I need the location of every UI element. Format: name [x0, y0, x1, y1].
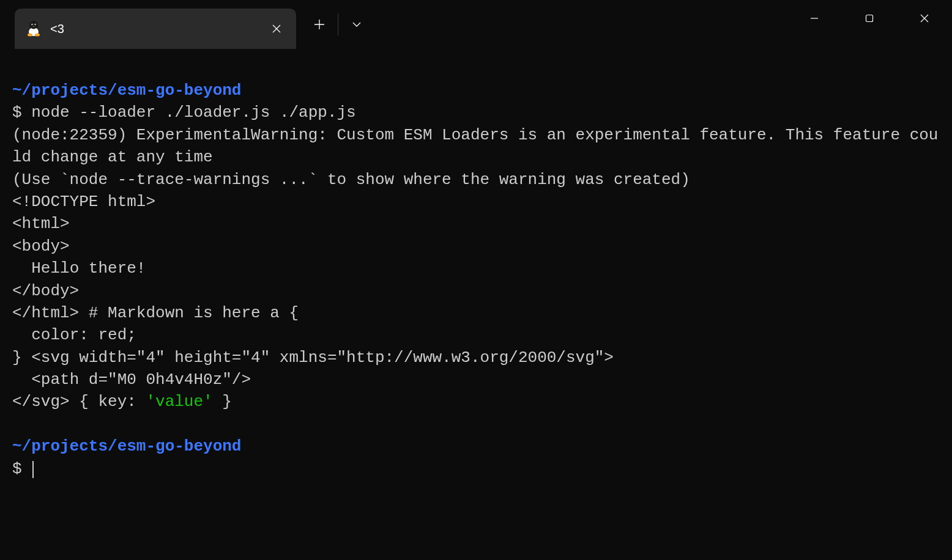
- output-line: (Use `node --trace-warnings ...` to show…: [12, 171, 690, 189]
- cursor: [32, 461, 34, 478]
- svg-point-8: [35, 34, 40, 37]
- output-line: color: red;: [12, 326, 136, 344]
- svg-point-7: [28, 34, 32, 37]
- new-tab-button[interactable]: [303, 9, 335, 40]
- output-line: } <svg width="4" height="4" xmlns="http:…: [12, 348, 614, 367]
- command-text: node --loader ./loader.js ./app.js: [31, 103, 356, 122]
- output-line: (node:22359) ExperimentalWarning: Custom…: [12, 126, 938, 166]
- svg-point-6: [35, 24, 35, 25]
- output-line: </body>: [12, 282, 79, 300]
- close-tab-button[interactable]: [268, 20, 285, 37]
- svg-point-2: [30, 21, 37, 29]
- window-controls: [787, 0, 952, 37]
- maximize-button[interactable]: [842, 0, 897, 37]
- output-line: <body>: [12, 237, 70, 256]
- output-line: </html> # Markdown is here a {: [12, 304, 299, 322]
- svg-rect-9: [866, 15, 873, 22]
- tab-title: <3: [50, 22, 268, 36]
- tux-icon: [26, 21, 42, 37]
- minimize-button[interactable]: [787, 0, 842, 37]
- svg-point-5: [32, 24, 32, 25]
- titlebar: <3: [0, 0, 952, 49]
- output-line: }: [213, 392, 232, 411]
- output-line: <!DOCTYPE html>: [12, 193, 155, 211]
- string-literal: 'value': [146, 392, 212, 411]
- terminal-tab[interactable]: <3: [15, 9, 296, 49]
- output-line: <path d="M0 0h4v4H0z"/>: [12, 370, 251, 389]
- cwd-path: ~/projects/esm-go-beyond: [12, 81, 241, 100]
- output-line: </svg> { key:: [12, 392, 146, 411]
- cwd-path: ~/projects/esm-go-beyond: [12, 437, 241, 455]
- prompt-symbol: $: [12, 460, 22, 478]
- close-window-button[interactable]: [897, 0, 952, 37]
- tab-divider: [338, 13, 338, 35]
- output-line: <html>: [12, 215, 70, 233]
- output-line: Hello there!: [12, 259, 146, 278]
- tab-dropdown-button[interactable]: [341, 9, 373, 40]
- prompt-symbol: $: [12, 103, 22, 122]
- terminal-output[interactable]: ~/projects/esm-go-beyond $ node --loader…: [0, 49, 952, 492]
